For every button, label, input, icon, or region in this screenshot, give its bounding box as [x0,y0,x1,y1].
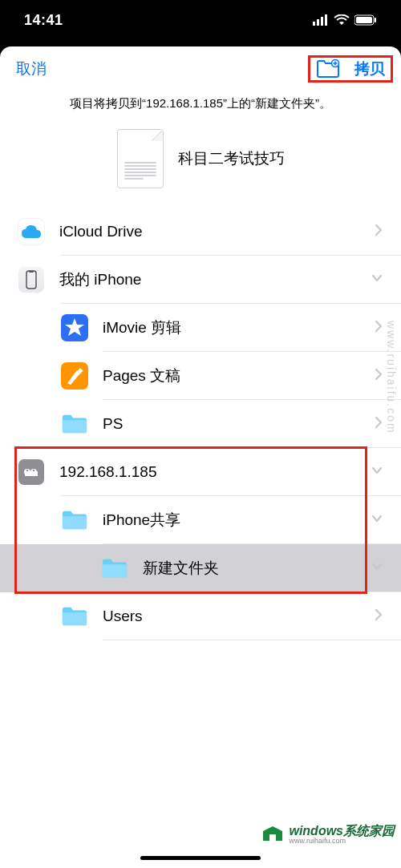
chevron-right-icon [374,320,383,336]
watermark-side: www.ruihaifu.com [385,321,398,434]
info-text: 项目将拷贝到“192.168.1.185”上的“新建文件夹”。 [0,91,401,119]
document-icon [117,129,164,188]
svg-rect-1 [317,19,319,26]
svg-rect-2 [321,17,323,26]
redbox-annotation-top [308,55,393,83]
chevron-right-icon [374,608,383,624]
svg-rect-0 [313,22,315,26]
sheet: 取消 拷贝 项目将拷贝到“192.168.1.185”上的“新建文件夹”。 科目… [0,46,401,868]
chevron-down-icon [371,272,383,288]
icloud-icon [18,218,45,245]
svg-rect-12 [29,271,34,273]
status-time: 14:41 [24,12,63,29]
svg-rect-6 [375,18,376,22]
row-label: 我的 iPhone [59,269,371,290]
row-label: Users [103,608,374,625]
iphone-icon [18,266,45,293]
watermark-logo-icon [261,823,284,846]
file-preview: 科目二考试技巧 [0,119,401,208]
watermark-url: www.ruihaifu.com [289,838,395,845]
location-row[interactable]: iCloud Drive [0,208,401,256]
cancel-button[interactable]: 取消 [16,59,47,79]
chevron-right-icon [374,368,383,384]
folder-icon [101,555,128,582]
location-row[interactable]: PS [0,400,401,448]
server-icon [18,458,45,486]
chevron-right-icon [374,416,383,432]
row-label: PS [103,415,374,433]
imovie-icon [61,314,88,341]
svg-rect-3 [325,14,327,26]
svg-point-21 [33,470,34,471]
pages-icon [61,362,88,390]
folder-icon [61,410,88,438]
folder-icon [61,507,88,534]
row-label: 192.168.1.185 [59,463,371,481]
home-indicator [140,856,261,860]
svg-rect-11 [26,271,36,289]
location-list: iCloud Drive我的 iPhoneiMovie 剪辑Pages 文稿PS… [0,208,401,868]
location-row[interactable]: 新建文件夹 [0,544,401,592]
location-row[interactable]: 192.168.1.185 [0,448,401,496]
location-row[interactable]: Users [0,592,401,640]
svg-rect-19 [25,471,38,476]
status-bar: 14:41 [0,0,401,40]
row-label: iPhone共享 [103,510,371,531]
chevron-right-icon [374,224,383,240]
location-row[interactable]: Pages 文稿 [0,352,401,400]
chevron-down-icon [371,512,383,528]
row-label: Pages 文稿 [103,365,374,386]
row-label: iMovie 剪辑 [103,317,374,338]
svg-rect-5 [356,17,372,23]
row-label: 新建文件夹 [143,558,371,579]
svg-rect-22 [269,834,276,841]
file-title: 科目二考试技巧 [178,148,285,169]
location-row[interactable]: iMovie 剪辑 [0,304,401,352]
signal-icon [313,14,329,26]
folder-icon [61,603,88,630]
svg-point-20 [26,470,28,471]
nav-bar: 取消 拷贝 [0,46,401,91]
location-row[interactable]: 我的 iPhone [0,256,401,304]
chevron-down-icon [371,560,383,576]
wifi-icon [334,14,350,26]
watermark-bottom: windows系统家园 www.ruihaifu.com [261,823,395,846]
battery-icon [354,14,377,26]
watermark-brand: windows系统家园 [289,825,395,838]
chevron-down-icon [371,464,383,480]
row-label: iCloud Drive [59,223,374,240]
status-indicators [313,14,377,26]
location-row[interactable]: iPhone共享 [0,496,401,544]
